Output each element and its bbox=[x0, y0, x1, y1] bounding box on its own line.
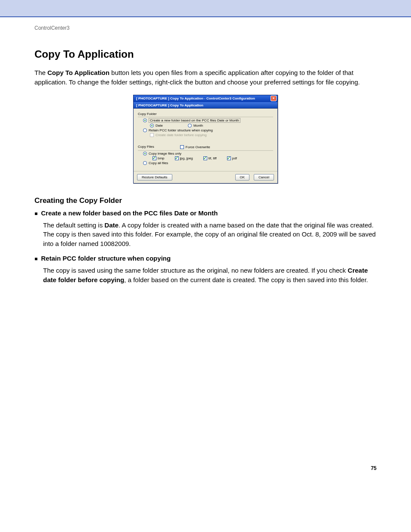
checkbox-pdf[interactable] bbox=[227, 156, 231, 160]
b1-bold: Date bbox=[105, 221, 119, 229]
b2-pre: The copy is saved using the same folder … bbox=[43, 267, 348, 274]
checkbox-bmp[interactable] bbox=[153, 156, 156, 160]
dialog-title: [ PHOTOCAPTURE ] Copy To Application - C… bbox=[136, 96, 255, 100]
page-title: Copy To Application bbox=[34, 48, 377, 60]
radio-month[interactable] bbox=[188, 124, 192, 128]
intro-paragraph: The Copy To Application button lets you … bbox=[34, 68, 377, 87]
checkbox-datefolder-label: Create date folder before copying bbox=[156, 133, 207, 137]
pdf-label: pdf bbox=[232, 156, 237, 160]
intro-bold: Copy To Application bbox=[47, 69, 109, 76]
subsection-title: Creating the Copy Folder bbox=[34, 196, 377, 205]
bullet-2-title: ■ Retain PCC folder structure when copyi… bbox=[34, 255, 377, 263]
intro-pre: The bbox=[34, 69, 47, 76]
copy-folder-label: Copy Folder bbox=[138, 112, 273, 116]
b1-pre: The default setting is bbox=[43, 221, 105, 229]
radio-images-only[interactable] bbox=[143, 152, 147, 156]
radio-new-folder-label: Create a new folder based on the PCC fil… bbox=[149, 118, 240, 123]
bullet-1-title-text: Create a new folder based on the PCC fil… bbox=[41, 209, 218, 217]
radio-date[interactable] bbox=[150, 124, 154, 128]
bullet-2-title-text: Retain PCC folder structure when copying bbox=[41, 255, 171, 262]
close-icon[interactable]: × bbox=[271, 96, 277, 101]
dialog-titlebar[interactable]: [ PHOTOCAPTURE ] Copy To Application - C… bbox=[134, 95, 277, 102]
bullet-1-title: ■ Create a new folder based on the PCC f… bbox=[34, 209, 377, 218]
page-number: 75 bbox=[34, 465, 377, 471]
checkbox-datefolder bbox=[150, 133, 154, 137]
bullet-1-paragraph: The default setting is Date. A copy fold… bbox=[43, 221, 377, 249]
copy-files-label: Copy Files bbox=[138, 145, 154, 149]
restore-defaults-button[interactable]: Restore Defaults bbox=[137, 174, 172, 180]
radio-date-label: Date bbox=[156, 124, 163, 128]
square-bullet-icon: ■ bbox=[34, 209, 37, 218]
ok-button[interactable]: OK bbox=[235, 174, 250, 180]
force-overwrite-label: Force Overwrite bbox=[186, 145, 210, 149]
square-bullet-icon: ■ bbox=[34, 255, 37, 263]
radio-retain[interactable] bbox=[143, 128, 147, 132]
dialog-subtitle: [ PHOTOCAPTURE ] Copy To Application bbox=[134, 102, 277, 109]
config-dialog: [ PHOTOCAPTURE ] Copy To Application - C… bbox=[133, 95, 278, 184]
bullet-2-paragraph: The copy is saved using the same folder … bbox=[43, 266, 377, 285]
bmp-label: bmp bbox=[158, 156, 165, 160]
cancel-button[interactable]: Cancel bbox=[254, 174, 274, 180]
checkbox-tif[interactable] bbox=[203, 156, 207, 160]
radio-month-label: Month bbox=[193, 124, 203, 128]
checkbox-jpg[interactable] bbox=[175, 156, 179, 160]
top-header-bar bbox=[0, 0, 411, 17]
radio-all-files[interactable] bbox=[143, 161, 147, 165]
radio-all-files-label: Copy all files bbox=[149, 161, 168, 165]
jpg-label: jpg, jpeg bbox=[180, 156, 193, 160]
radio-retain-label: Retain PCC folder structure when copying bbox=[149, 128, 213, 132]
tif-label: tif, tiff bbox=[209, 156, 217, 160]
running-head: ControlCenter3 bbox=[34, 25, 377, 31]
radio-images-only-label: Copy image files only bbox=[149, 152, 181, 156]
b2-post: , a folder based on the current date is … bbox=[124, 276, 368, 283]
checkbox-force-overwrite[interactable] bbox=[180, 145, 184, 149]
radio-new-folder[interactable] bbox=[143, 118, 147, 122]
